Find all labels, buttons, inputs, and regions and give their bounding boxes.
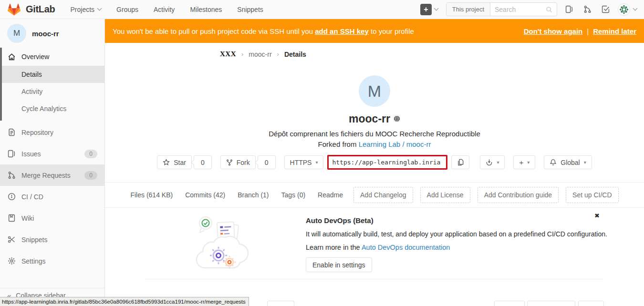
dont-show-again-link[interactable]: Don't show again: [524, 27, 583, 35]
issues-count-badge: 0: [84, 150, 97, 158]
merge-requests-icon[interactable]: [583, 5, 592, 13]
sidebar-item-issues[interactable]: Issues 0: [0, 143, 104, 164]
auto-devops-docs-link[interactable]: Auto DevOps documentation: [362, 244, 450, 251]
nav-snippets-label: Snippets: [237, 6, 263, 13]
fork-source-link[interactable]: Learning Lab / mooc-rr: [359, 140, 431, 148]
notification-dropdown[interactable]: Global ▾: [544, 155, 592, 169]
merge-request-icon: [7, 171, 16, 179]
sidebar-project-name: mooc-rr: [32, 30, 59, 38]
partial-button-2[interactable]: [494, 301, 525, 306]
fork-group: Fork 0: [220, 155, 276, 169]
add-ssh-key-link[interactable]: add an SSH key: [315, 27, 369, 35]
readme-link[interactable]: Readme: [318, 191, 343, 199]
clone-group: HTTPS ▾: [284, 155, 470, 170]
caret-down-icon: ▾: [584, 160, 586, 165]
add-contribution-guide-button[interactable]: Add Contribution guide: [478, 187, 559, 203]
merge-requests-count-badge: 0: [84, 171, 97, 180]
user-menu[interactable]: [618, 3, 637, 16]
nav-groups[interactable]: Groups: [116, 6, 138, 13]
sidebar-item-cycle-analytics[interactable]: Cycle Analytics: [0, 100, 104, 117]
partial-button-3[interactable]: [527, 301, 575, 306]
protocol-dropdown[interactable]: HTTPS ▾: [284, 155, 324, 169]
banner-actions: Don't show again | Remind later: [524, 27, 636, 35]
search-scope-badge[interactable]: This project: [447, 3, 490, 16]
bell-icon: [550, 159, 557, 166]
sidebar-item-activity[interactable]: Activity: [0, 83, 104, 100]
enable-in-settings-button[interactable]: Enable in settings: [306, 257, 372, 272]
sidebar-item-wiki[interactable]: Wiki: [0, 207, 104, 229]
star-count[interactable]: 0: [194, 155, 212, 169]
nav-projects[interactable]: Projects: [71, 6, 102, 13]
breadcrumb-separator: ›: [241, 51, 243, 58]
breadcrumb-project[interactable]: mooc-rr: [249, 51, 271, 58]
star-button[interactable]: Star: [157, 155, 192, 169]
learn-more-prefix: Learn more in the: [306, 244, 360, 251]
active-section-indicator: [0, 48, 2, 121]
commits-link[interactable]: Commits (42): [185, 191, 225, 199]
partial-button-4[interactable]: [578, 301, 604, 306]
main-content: You won't be able to pull or push projec…: [105, 19, 644, 306]
sidebar-item-repository[interactable]: Repository: [0, 122, 104, 143]
public-globe-icon: [394, 115, 400, 122]
gitlab-brand[interactable]: GitLab: [7, 2, 55, 16]
main-nav-links: Projects Groups Activity Milestones Snip…: [71, 6, 263, 13]
banner-separator: |: [587, 27, 589, 35]
breadcrumb: XXX › mooc-rr › Details: [105, 43, 644, 64]
project-avatar: M: [359, 75, 390, 107]
branch-link[interactable]: Branch (1): [238, 191, 269, 199]
partial-button-1[interactable]: [267, 301, 294, 306]
close-icon[interactable]: ✖: [594, 213, 600, 219]
files-link[interactable]: Files (614 KB): [130, 191, 173, 199]
protocol-label: HTTPS: [290, 159, 312, 166]
todos-icon[interactable]: [602, 5, 610, 13]
star-label: Star: [174, 159, 186, 166]
sidebar-project-header[interactable]: M mooc-rr: [0, 19, 104, 48]
user-avatar: [618, 3, 630, 16]
copy-url-button[interactable]: [451, 155, 469, 169]
tags-link[interactable]: Tags (0): [281, 191, 306, 199]
banner-text: You won't be able to pull or push projec…: [113, 27, 414, 35]
browser-status-bar: https://app-learninglab.inria.fr/gitlab/…: [0, 297, 249, 306]
sidebar-item-merge-requests[interactable]: Merge Requests 0: [0, 164, 104, 186]
add-changelog-button[interactable]: Add Changelog: [353, 187, 413, 203]
fork-count[interactable]: 0: [258, 155, 276, 169]
nav-snippets[interactable]: Snippets: [237, 6, 263, 13]
fork-button[interactable]: Fork: [220, 155, 256, 169]
ssh-key-warning-banner: You won't be able to pull or push projec…: [105, 19, 644, 43]
download-dropdown[interactable]: ▾: [480, 155, 505, 169]
navbar-right: + This project: [420, 2, 637, 16]
add-new-dropdown[interactable]: + ▾: [513, 155, 535, 169]
caret-down-icon: ▾: [527, 160, 530, 165]
nav-activity[interactable]: Activity: [154, 6, 175, 13]
clipboard-icon: [457, 159, 464, 166]
scissors-icon: [7, 235, 16, 244]
remind-later-link[interactable]: Remind later: [593, 27, 636, 35]
project-todo-buttons: Add Changelog Add License Add Contributi…: [353, 187, 619, 203]
top-navbar: GitLab Projects Groups Activity Mileston…: [0, 0, 644, 19]
stat-links: Files (614 KB) Commits (42) Branch (1) T…: [130, 191, 343, 199]
sidebar-item-ci-cd[interactable]: CI / CD: [0, 186, 104, 207]
sidebar-item-overview[interactable]: Overview: [0, 48, 104, 66]
clone-url-input[interactable]: [327, 155, 447, 170]
breadcrumb-separator: ›: [277, 51, 279, 58]
star-icon: [163, 159, 170, 166]
add-license-button[interactable]: Add License: [420, 187, 470, 203]
new-menu-button[interactable]: +: [420, 4, 438, 15]
search-input[interactable]: [490, 6, 546, 13]
nav-milestones[interactable]: Milestones: [190, 6, 222, 13]
sidebar-item-label: CI / CD: [21, 193, 43, 201]
sidebar-item-details[interactable]: Details: [0, 66, 104, 83]
banner-text-before: You won't be able to pull or push projec…: [113, 27, 313, 35]
breadcrumb-root[interactable]: XXX: [220, 50, 236, 58]
issues-dashboard-icon[interactable]: [565, 5, 573, 13]
search-icon: [546, 6, 552, 13]
plus-icon: +: [519, 159, 523, 166]
nav-activity-label: Activity: [154, 6, 175, 13]
project-description: Dépôt comprenant les fichiers du MOOC Re…: [105, 130, 644, 138]
set-up-ci-cd-button[interactable]: Set up CI/CD: [566, 187, 618, 203]
sidebar-item-snippets[interactable]: Snippets: [0, 229, 104, 250]
star-group: Star 0: [157, 155, 211, 169]
project-actions-row: Star 0 Fork 0: [105, 155, 644, 170]
sidebar-item-settings[interactable]: Settings: [0, 250, 104, 272]
caret-down-icon: ▾: [497, 160, 499, 165]
